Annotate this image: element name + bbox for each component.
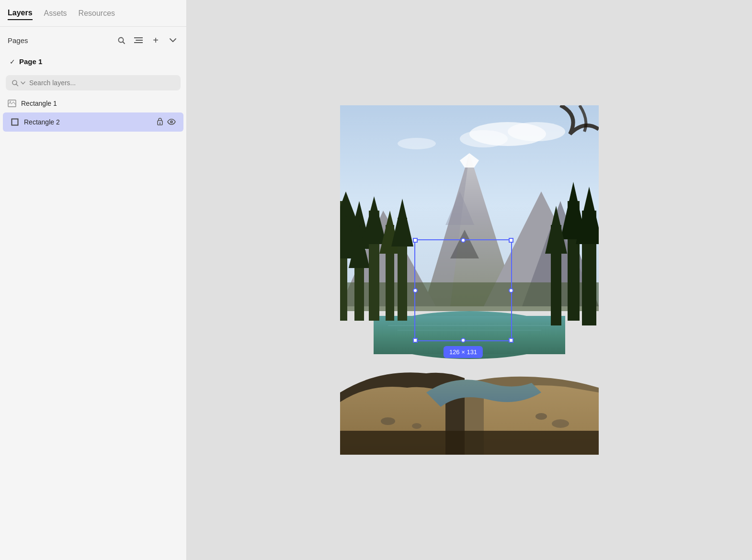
search-icon-wrap (11, 79, 25, 87)
layer-2-actions (157, 117, 176, 127)
svg-point-18 (460, 130, 508, 147)
canvas-area: 126 × 131 (187, 0, 752, 560)
search-chevron-icon[interactable] (21, 81, 25, 85)
svg-point-14 (171, 121, 172, 122)
tab-layers[interactable]: Layers (8, 7, 33, 20)
add-page-button[interactable]: + (150, 34, 161, 46)
search-icon (11, 79, 19, 87)
svg-point-17 (508, 122, 565, 141)
page-1-name: Page 1 (19, 57, 42, 66)
svg-point-8 (10, 101, 11, 102)
svg-rect-28 (374, 316, 565, 354)
layer-rectangle-1[interactable]: Rectangle 1 (0, 94, 186, 112)
layer-1-name: Rectangle 1 (21, 100, 179, 107)
pages-icons: + (115, 34, 179, 46)
lock-icon[interactable] (157, 117, 163, 127)
expand-pages-button[interactable] (167, 34, 179, 46)
search-pages-button[interactable] (115, 34, 127, 46)
tab-bar: Layers Assets Resources (0, 0, 186, 27)
layer-image-icon (8, 99, 16, 108)
svg-point-51 (412, 423, 422, 429)
svg-point-53 (552, 419, 569, 428)
svg-point-52 (536, 413, 547, 420)
canvas-image-container[interactable]: 126 × 131 (340, 105, 599, 455)
svg-rect-49 (340, 431, 599, 455)
page-checkmark: ✓ (10, 58, 15, 66)
svg-line-6 (16, 84, 18, 86)
visibility-icon[interactable] (167, 118, 176, 126)
pages-section: Pages + (0, 27, 186, 54)
svg-point-19 (398, 138, 436, 149)
svg-rect-9 (12, 119, 18, 125)
layer-2-name: Rectangle 2 (24, 118, 152, 126)
layers-list: Rectangle 1 Rectangle 2 (0, 94, 186, 560)
layer-rectangle-2[interactable]: Rectangle 2 (3, 112, 183, 132)
page-1-item[interactable]: ✓ Page 1 (0, 54, 186, 69)
search-bar (6, 75, 181, 90)
pages-label: Pages (8, 36, 112, 45)
svg-point-50 (381, 417, 395, 425)
svg-line-1 (123, 42, 125, 44)
tab-resources[interactable]: Resources (79, 7, 115, 20)
list-pages-button[interactable] (133, 34, 144, 46)
tab-assets[interactable]: Assets (44, 7, 67, 20)
search-layers-input[interactable] (29, 79, 175, 87)
left-panel: Layers Assets Resources Pages + (0, 0, 187, 560)
layer-rect-icon (11, 118, 19, 126)
